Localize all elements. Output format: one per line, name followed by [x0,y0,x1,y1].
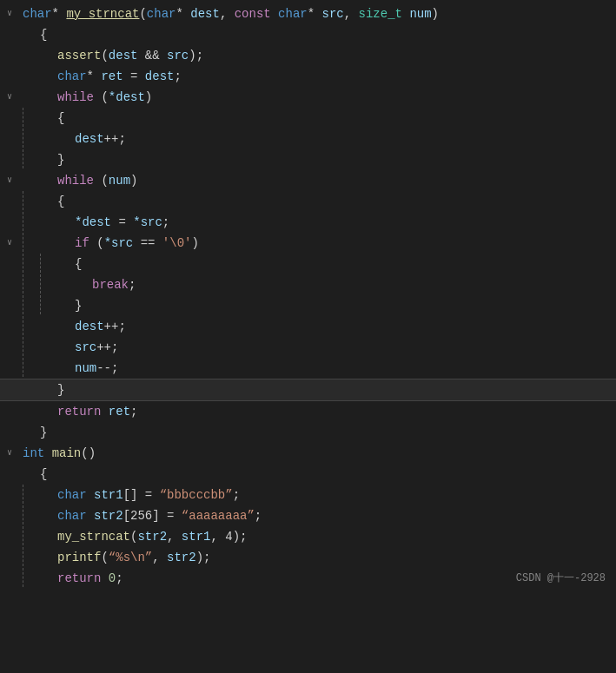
code-line: { [0,191,616,212]
token: str2 [94,509,123,523]
line-content: char* ret = dest; [19,66,616,87]
code-line: return ret; [0,401,616,422]
token: } [57,153,64,167]
code-line: char str1[] = “bbbcccbb”; [0,485,616,505]
token [44,446,51,460]
token: dest [145,69,175,83]
token: ) [145,90,152,104]
indent-guide [40,295,41,314]
line-content: { [19,108,616,129]
fold-gutter[interactable]: ∨ [0,233,19,254]
token: src [167,49,189,63]
indent-guide [40,254,41,273]
token: char [23,7,52,21]
token: str2 [167,551,196,564]
code-line: { [0,254,616,274]
fold-gutter[interactable]: ∨ [0,3,19,24]
token: } [75,299,82,313]
token: * [308,7,322,21]
line-content: *dest = *src; [19,212,616,233]
token [87,488,94,502]
token: ; [116,571,123,585]
token: char [147,7,176,21]
token: “aaaaaaaa” [182,509,255,523]
token: --; [96,361,118,375]
fold-arrow[interactable]: ∨ [7,170,12,191]
token [101,405,108,419]
token: * [176,7,190,21]
token: ; [255,509,262,523]
token: ( [139,7,146,21]
code-line: } [0,295,616,316]
indent-guide [23,505,23,525]
code-line: char str2[256] = “aaaaaaaa”; [0,505,616,526]
line-content: char str2[256] = “aaaaaaaa”; [19,505,616,526]
token: == [133,236,162,250]
token: ( [94,90,109,104]
fold-arrow[interactable]: ∨ [7,233,12,254]
indent-guide [23,568,23,587]
code-line: } [0,379,616,401]
token: ( [101,49,108,63]
fold-gutter[interactable]: ∨ [0,87,19,108]
line-content: while (*dest) [19,87,616,108]
token: ++; [104,132,126,146]
token: *src [133,215,162,229]
token: () [81,446,96,460]
indent-guide [23,108,23,127]
token: dest [190,7,220,21]
code-line: break; [0,274,616,295]
token: *dest [75,215,111,229]
line-content: char str1[] = “bbbcccbb”; [19,485,616,505]
line-content: assert(dest && src); [19,45,616,66]
token: ); [196,551,211,564]
token: ; [162,215,169,229]
code-line: ∨if (*src == '\0') [0,233,616,254]
code-line: src++; [0,337,616,358]
line-content: printf(“%s\n”, str2); [19,547,616,568]
code-line: ∨while (*dest) [0,87,616,108]
token: char [57,69,87,83]
fold-arrow[interactable]: ∨ [7,443,12,464]
fold-arrow[interactable]: ∨ [7,87,12,108]
token: if [75,236,89,250]
token: && [137,49,167,63]
line-content: { [19,254,616,274]
token: ++; [96,340,118,354]
token: { [57,195,64,208]
code-line: assert(dest && src); [0,45,616,66]
token: [] = [123,488,160,502]
line-content: dest++; [19,129,616,149]
indent-guide [23,191,23,210]
token: } [57,383,64,397]
code-line: *dest = *src; [0,212,616,233]
token: dest [75,320,104,333]
token: ( [94,174,109,188]
indent-guide [23,526,23,545]
token: '\0' [162,236,192,250]
line-content: } [19,295,616,316]
token: *dest [109,90,145,104]
token: *src [104,236,134,250]
indent-guide [23,233,23,252]
fold-gutter[interactable]: ∨ [0,170,19,191]
fold-gutter[interactable]: ∨ [0,443,19,464]
code-line: dest++; [0,129,616,149]
line-content: { [19,24,616,45]
token [87,509,94,523]
line-content: if (*src == '\0') [19,233,616,254]
token: size_t [359,7,402,21]
token: ++; [104,320,126,333]
code-editor: ∨char* my_strncat(char* dest, const char… [0,0,616,592]
token: { [75,257,82,271]
line-content: dest++; [19,316,616,337]
code-line: ∨char* my_strncat(char* dest, const char… [0,3,616,24]
line-content: } [19,149,616,170]
token: char [57,509,87,523]
indent-guide [23,212,23,231]
fold-arrow[interactable]: ∨ [7,3,12,24]
token: { [40,467,47,481]
line-content: { [19,464,616,485]
token: , [220,7,235,21]
token: return [57,405,101,419]
